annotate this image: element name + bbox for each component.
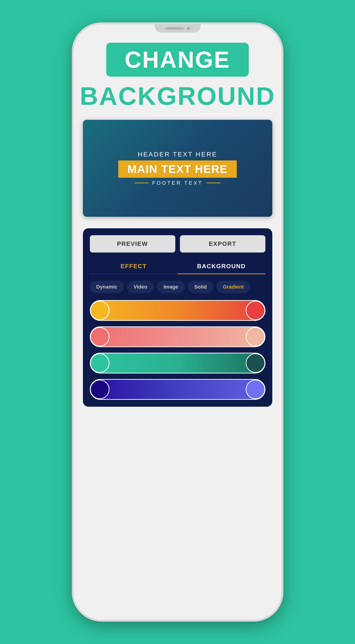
gradient-row-coral[interactable] (90, 326, 265, 347)
phone-bottom-panel: PREVIEW EXPORT EFFECT BACKGROUND Dynamic… (83, 228, 272, 407)
gradient-row-teal[interactable] (90, 353, 265, 374)
tab-effect[interactable]: EFFECT (90, 260, 178, 274)
preview-footer-wrapper: FOOTER TEXT (135, 180, 221, 186)
pill-image[interactable]: Image (157, 281, 185, 293)
pill-solid[interactable]: Solid (188, 281, 213, 293)
gradient-right-color-coral (246, 327, 265, 346)
preview-card: HEADER TEXT HERE MAIN TEXT HERE FOOTER T… (83, 120, 272, 217)
action-buttons-row: PREVIEW EXPORT (90, 235, 265, 252)
phone-frame: CHANGE BACKGROUND HEADER TEXT HERE MAIN … (74, 24, 281, 620)
type-pills-row: Dynamic Video Image Solid Gradient (90, 281, 265, 293)
gradient-right-color-purple (246, 380, 265, 399)
preview-footer-line-left (135, 182, 149, 183)
gradient-left-color-purple (90, 380, 110, 399)
gradient-right-color-warm (246, 301, 265, 320)
export-button[interactable]: EXPORT (180, 235, 265, 252)
preview-footer-text: FOOTER TEXT (152, 180, 203, 186)
phone-notch (155, 24, 201, 32)
phone-camera (187, 27, 190, 30)
gradient-row-purple[interactable] (90, 379, 265, 400)
title-background: BACKGROUND (80, 81, 275, 110)
preview-main-text-wrapper: MAIN TEXT HERE (118, 160, 237, 178)
preview-footer-line-right (206, 182, 220, 183)
pill-gradient[interactable]: Gradient (216, 281, 250, 293)
preview-main-text: MAIN TEXT HERE (128, 163, 227, 176)
gradient-row-warm[interactable] (90, 300, 265, 321)
gradient-left-color-teal (90, 354, 110, 373)
tab-background[interactable]: BACKGROUND (178, 260, 265, 274)
pill-video[interactable]: Video (127, 281, 154, 293)
title-change: CHANGE (106, 43, 249, 77)
phone-content: CHANGE BACKGROUND HEADER TEXT HERE MAIN … (83, 43, 272, 407)
preview-button[interactable]: PREVIEW (90, 235, 175, 252)
preview-header-text: HEADER TEXT HERE (138, 151, 217, 158)
gradient-right-color-teal (246, 354, 265, 373)
gradient-rows-container (90, 300, 265, 400)
tabs-row: EFFECT BACKGROUND (90, 260, 265, 274)
gradient-left-color-coral (90, 327, 110, 346)
phone-speaker (165, 27, 184, 30)
pill-dynamic[interactable]: Dynamic (90, 281, 124, 293)
gradient-left-color-warm (90, 301, 110, 320)
